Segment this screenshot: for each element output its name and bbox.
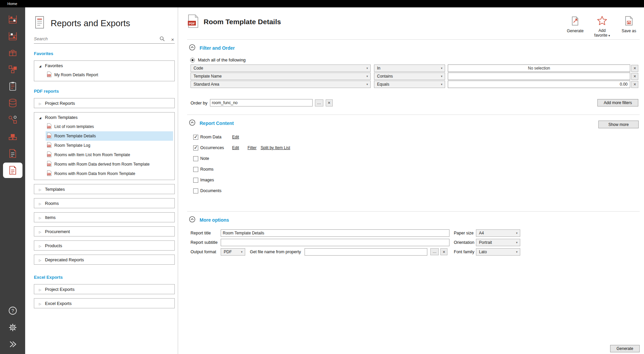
remove-filter-button[interactable] <box>631 73 638 80</box>
occurrences-checkbox[interactable] <box>193 145 198 150</box>
filter-field-select[interactable]: Template Name <box>191 73 371 80</box>
collapsed-triangle-icon[interactable] <box>38 215 42 220</box>
group-header-deprecated-reports[interactable]: Deprecated Reports <box>34 255 174 264</box>
search-input[interactable] <box>34 34 145 43</box>
filter-link[interactable]: Filter <box>248 145 257 150</box>
save-as-tool-button[interactable]: Save as <box>619 15 639 33</box>
filter-value-field[interactable]: 0.00 <box>448 81 630 88</box>
add-more-filters-button[interactable]: Add more filters <box>597 99 638 106</box>
note-checkbox[interactable] <box>193 156 198 161</box>
collapse-section-icon[interactable] <box>189 216 196 224</box>
group-header-procurement[interactable]: Procurement <box>34 227 174 236</box>
documents-checkbox[interactable] <box>193 188 198 193</box>
clear-search-icon[interactable]: × <box>171 37 174 42</box>
remove-filter-button[interactable] <box>631 81 638 88</box>
generate-button[interactable]: Generate <box>610 345 640 352</box>
add-favorite-tool-button[interactable]: Add favorite <box>592 15 612 38</box>
topbar-title: Home <box>7 2 17 6</box>
database-icon[interactable] <box>3 95 22 112</box>
output-format-select[interactable]: PDF <box>221 248 245 256</box>
help-icon[interactable]: ? <box>3 304 22 317</box>
components-icon[interactable] <box>3 61 22 78</box>
collapse-section-icon[interactable] <box>189 119 196 127</box>
reports-icon[interactable] <box>3 163 22 178</box>
filter-field-select[interactable]: Standard Area <box>191 81 371 88</box>
collapsed-triangle-icon[interactable] <box>38 243 42 248</box>
search-box: × <box>34 34 175 44</box>
storage-rack-icon[interactable] <box>3 11 22 28</box>
order-by-clear-button[interactable] <box>326 99 333 106</box>
collapsed-triangle-icon[interactable] <box>38 187 42 192</box>
edit-link[interactable]: Edit <box>232 145 239 150</box>
document-icon[interactable] <box>3 145 22 162</box>
order-by-browse-button[interactable] <box>315 99 323 106</box>
workflow-icon[interactable] <box>3 112 22 128</box>
rooms-checkbox[interactable] <box>193 167 198 172</box>
filter-operator-select[interactable]: Contains <box>374 73 445 80</box>
filename-clear-button[interactable] <box>440 248 447 255</box>
report-item[interactable]: PDF Rooms with Item List from Room Templ… <box>46 150 173 160</box>
orientation-select[interactable]: Portrait <box>476 239 520 246</box>
filter-field-select[interactable]: Code <box>191 64 371 72</box>
settings-gear-icon[interactable] <box>3 321 22 334</box>
collapse-section-icon[interactable] <box>189 44 196 52</box>
svg-text:PDF: PDF <box>47 145 51 147</box>
group-header-room-templates[interactable]: Room Templates <box>34 113 174 122</box>
group-header-project-reports[interactable]: Project Reports <box>34 98 174 108</box>
expanded-triangle-icon[interactable] <box>38 115 42 120</box>
report-item[interactable]: PDF List of room templates <box>46 122 173 131</box>
collapsed-triangle-icon[interactable] <box>38 301 42 306</box>
group-header-project-exports[interactable]: Project Exports <box>34 284 174 294</box>
group-header-products[interactable]: Products <box>34 241 174 250</box>
filter-value-field[interactable] <box>448 73 630 80</box>
panel-title: Reports and Exports <box>51 18 130 29</box>
order-by-input[interactable] <box>210 99 313 106</box>
collapsed-triangle-icon[interactable] <box>38 201 42 206</box>
bricks-icon[interactable] <box>3 128 22 145</box>
storage-rack-alt-icon[interactable] <box>3 28 22 44</box>
match-all-radio[interactable] <box>190 58 195 62</box>
collapsed-triangle-icon[interactable] <box>38 257 42 262</box>
package-icon[interactable] <box>3 44 22 61</box>
edit-link[interactable]: Edit <box>232 135 239 139</box>
filter-operator-select[interactable]: Equals <box>374 81 445 88</box>
report-subtitle-label: Report subtitle <box>191 240 218 245</box>
group-header-items[interactable]: Items <box>34 213 174 222</box>
group-header-templates[interactable]: Templates <box>34 184 174 194</box>
report-item-selected[interactable]: PDF Room Template Details <box>46 131 173 141</box>
group-header-rooms[interactable]: Rooms <box>34 198 174 208</box>
group-header-excel-exports[interactable]: Excel Exports <box>34 299 174 308</box>
remove-filter-button[interactable] <box>631 65 638 72</box>
generate-tool-button[interactable]: Generate <box>566 15 585 33</box>
expanded-triangle-icon[interactable] <box>38 63 42 68</box>
filename-browse-button[interactable] <box>430 248 439 255</box>
search-icon[interactable] <box>159 36 165 43</box>
report-item-my-room-details[interactable]: PDF My Room Details Report <box>46 70 173 80</box>
report-item[interactable]: PDF Room Template Log <box>46 141 173 150</box>
filename-property-input[interactable] <box>305 248 427 256</box>
group-project-exports: Project Exports <box>34 284 175 294</box>
font-family-select[interactable]: Lato <box>476 248 520 256</box>
report-item[interactable]: PDF Rooms with Room Data from Room Templ… <box>46 169 173 178</box>
font-family-label: Font family <box>454 250 474 254</box>
collapsed-triangle-icon[interactable] <box>38 287 42 292</box>
filter-value-field[interactable]: No selection <box>448 64 630 72</box>
group-header-favorites[interactable]: Favorites <box>34 61 174 70</box>
report-subtitle-input[interactable] <box>221 239 449 246</box>
report-title-input[interactable] <box>221 229 449 237</box>
pdf-file-icon: PDF <box>47 170 52 177</box>
collapsed-triangle-icon[interactable] <box>38 229 42 234</box>
section-title: Report Content <box>200 121 234 126</box>
collapse-rail-icon[interactable] <box>3 338 22 351</box>
split-by-item-list-link[interactable]: Split by Item List <box>261 145 290 150</box>
orientation-label: Orientation <box>454 240 474 245</box>
show-more-button[interactable]: Show more <box>598 121 639 128</box>
clipboard-icon[interactable] <box>3 78 22 95</box>
filter-operator-select[interactable]: In <box>374 64 445 72</box>
images-checkbox[interactable] <box>193 178 198 183</box>
collapsed-triangle-icon[interactable] <box>38 101 42 106</box>
room-data-checkbox[interactable] <box>193 135 198 140</box>
report-item[interactable]: PDF Rooms with Room Data derived from Ro… <box>46 160 173 169</box>
paper-size-select[interactable]: A4 <box>476 229 520 237</box>
group-room-templates: Room Templates PDF List of room template… <box>34 112 175 180</box>
